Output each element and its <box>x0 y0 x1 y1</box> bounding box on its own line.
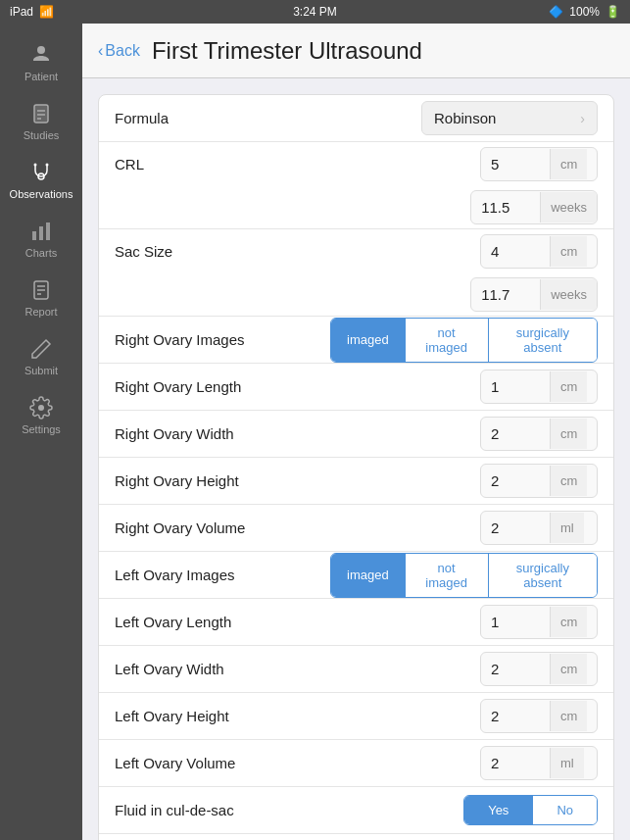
sidebar-item-patient[interactable]: Patient <box>0 33 82 92</box>
fluid-no-button[interactable]: No <box>532 796 597 824</box>
left-ovary-width-input[interactable] <box>481 653 550 685</box>
battery-icon: 🔋 <box>606 5 620 19</box>
battery-label: 100% <box>569 5 600 19</box>
studies-label: Studies <box>24 129 60 141</box>
left-ovary-volume-input[interactable] <box>481 747 550 779</box>
left-ovary-images-label: Left Ovary Images <box>115 567 330 583</box>
page-title: First Trimester Ultrasound <box>152 37 422 65</box>
left-ovary-surgically-absent-button[interactable]: surgically absent <box>488 554 597 597</box>
left-ovary-volume-label: Left Ovary Volume <box>115 755 330 771</box>
left-ovary-height-input-group: cm <box>480 699 598 733</box>
svg-point-7 <box>34 164 37 167</box>
left-ovary-height-unit: cm <box>550 701 587 731</box>
right-ovary-length-unit: cm <box>550 371 587 402</box>
sidebar-item-studies[interactable]: Studies <box>0 92 82 151</box>
charts-label: Charts <box>25 247 57 259</box>
stethoscope-icon <box>29 161 53 184</box>
back-chevron-icon: ‹ <box>98 42 103 60</box>
left-ovary-images-segmented: imaged not imaged surgically absent <box>330 553 598 598</box>
fluid-label: Fluid in cul-de-sac <box>115 802 330 818</box>
left-ovary-height-label: Left Ovary Height <box>115 708 330 724</box>
crl-weeks-input[interactable] <box>471 191 540 223</box>
sac-size-cm-input-group: cm <box>480 234 598 269</box>
time-label: 3:24 PM <box>293 5 337 19</box>
right-ovary-length-row: Right Ovary Length cm <box>99 364 613 411</box>
crl-weeks-unit: weeks <box>540 192 597 222</box>
observations-label: Observations <box>10 188 73 200</box>
right-ovary-volume-input[interactable] <box>481 512 550 544</box>
right-ovary-width-input-group: cm <box>480 417 598 451</box>
left-ovary-length-unit: cm <box>550 607 587 637</box>
sac-size-cm-unit: cm <box>550 236 587 267</box>
left-ovary-images-row: Left Ovary Images imaged not imaged surg… <box>99 552 613 599</box>
left-ovary-imaged-button[interactable]: imaged <box>331 554 405 597</box>
left-ovary-width-label: Left Ovary Width <box>115 661 330 677</box>
crl-label: CRL <box>115 156 330 173</box>
sac-size-label: Sac Size <box>115 243 330 260</box>
svg-point-0 <box>37 46 45 54</box>
chart-icon <box>29 220 53 243</box>
bluetooth-icon: 🔷 <box>549 5 563 19</box>
fetal-row: Fetal Heart Tones Present Absent <box>99 834 613 840</box>
sidebar-item-settings[interactable]: Settings <box>0 386 82 445</box>
left-ovary-width-row: Left Ovary Width cm <box>99 646 613 693</box>
right-ovary-images-label: Right Ovary Images <box>115 331 330 348</box>
sidebar-item-report[interactable]: Report <box>0 269 82 327</box>
svg-point-8 <box>46 164 49 167</box>
sidebar: Patient Studies Observations <box>0 24 82 840</box>
right-ovary-length-label: Right Ovary Length <box>115 378 330 395</box>
left-ovary-volume-unit: ml <box>550 748 584 778</box>
svg-rect-10 <box>39 226 43 240</box>
sac-size-weeks-input[interactable] <box>471 278 540 311</box>
settings-label: Settings <box>22 423 61 435</box>
left-ovary-length-label: Left Ovary Length <box>115 614 330 630</box>
left-ovary-length-row: Left Ovary Length cm <box>99 599 613 646</box>
left-ovary-length-input[interactable] <box>481 606 550 638</box>
right-ovary-width-input[interactable] <box>481 418 550 450</box>
report-icon <box>29 278 53 302</box>
svg-rect-11 <box>46 222 50 240</box>
right-ovary-volume-input-group: ml <box>480 511 598 545</box>
right-ovary-imaged-button[interactable]: imaged <box>331 319 405 362</box>
right-ovary-images-row: Right Ovary Images imaged not imaged sur… <box>99 317 613 364</box>
wifi-icon: 📶 <box>39 5 54 19</box>
left-ovary-width-unit: cm <box>550 654 587 684</box>
left-ovary-height-input[interactable] <box>481 700 550 732</box>
svg-point-16 <box>38 405 44 411</box>
svg-rect-1 <box>34 105 48 123</box>
sac-size-cm-input[interactable] <box>481 235 550 268</box>
right-ovary-height-input-group: cm <box>480 464 598 498</box>
fluid-yes-button[interactable]: Yes <box>464 796 532 824</box>
right-ovary-surgically-absent-button[interactable]: surgically absent <box>488 319 597 362</box>
patient-label: Patient <box>24 71 58 82</box>
back-button[interactable]: ‹ Back <box>98 42 140 60</box>
formula-label: Formula <box>115 110 330 126</box>
crl-row: CRL cm weeks <box>99 142 613 229</box>
left-ovary-not-imaged-button[interactable]: not imaged <box>405 554 488 597</box>
fluid-segmented: Yes No <box>463 795 598 825</box>
chevron-right-icon: › <box>580 111 585 126</box>
left-ovary-width-input-group: cm <box>480 652 598 686</box>
form-content: Formula Robinson › CRL <box>82 78 630 840</box>
formula-select[interactable]: Robinson › <box>421 101 598 135</box>
right-ovary-not-imaged-button[interactable]: not imaged <box>405 319 488 362</box>
back-label: Back <box>105 42 140 60</box>
right-ovary-length-input[interactable] <box>481 371 550 403</box>
sidebar-item-submit[interactable]: Submit <box>0 327 82 386</box>
report-label: Report <box>24 306 57 318</box>
sidebar-item-charts[interactable]: Charts <box>0 210 82 269</box>
fluid-row: Fluid in cul-de-sac Yes No <box>99 787 613 834</box>
left-ovary-volume-input-group: ml <box>480 746 598 780</box>
right-ovary-volume-unit: ml <box>550 513 584 543</box>
sidebar-item-observations[interactable]: Observations <box>0 151 82 210</box>
submit-label: Submit <box>24 365 58 376</box>
right-ovary-height-input[interactable] <box>481 465 550 497</box>
status-bar: iPad 📶 3:24 PM 🔷 100% 🔋 <box>0 0 630 24</box>
crl-weeks-input-group: weeks <box>470 190 598 224</box>
crl-cm-input[interactable] <box>481 148 550 180</box>
right-ovary-width-unit: cm <box>550 419 587 449</box>
pencil-icon <box>29 337 53 361</box>
right-ovary-length-input-group: cm <box>480 370 598 404</box>
sac-size-weeks-input-group: weeks <box>470 277 598 312</box>
sac-size-weeks-unit: weeks <box>540 279 597 310</box>
